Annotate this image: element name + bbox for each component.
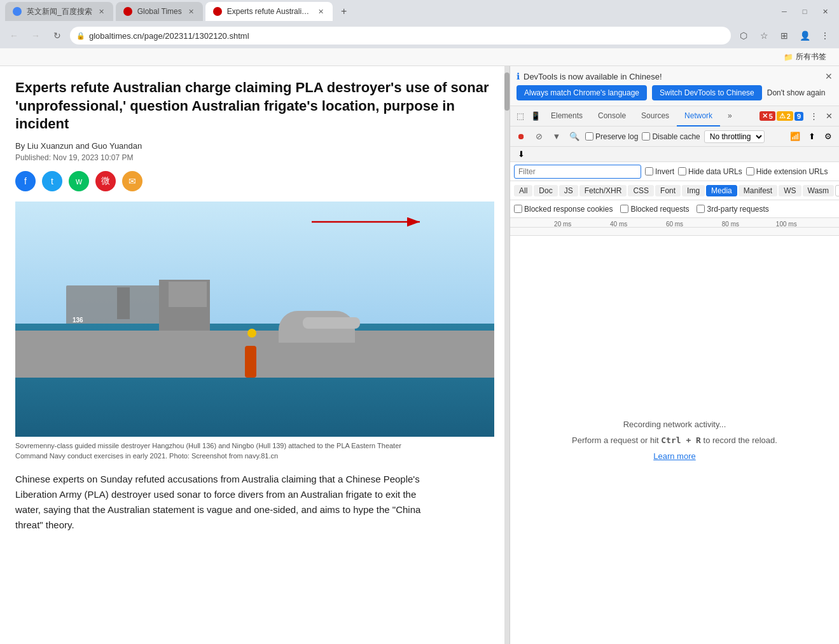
- inspect-element-button[interactable]: ⬚: [513, 109, 528, 124]
- toolbar-right-icons: 📶 ⬆ ⚙: [788, 130, 835, 144]
- filter-doc[interactable]: Doc: [534, 185, 557, 196]
- network-conditions-button[interactable]: 📶: [788, 130, 802, 144]
- menu-button[interactable]: ⋮: [816, 27, 834, 45]
- timeline-60ms: 60 ms: [666, 221, 683, 228]
- invert-checkbox[interactable]: Invert: [645, 167, 674, 176]
- tab-network[interactable]: Network: [677, 106, 720, 127]
- banner-close-button[interactable]: ✕: [825, 71, 833, 81]
- blocked-requests-checkbox[interactable]: Blocked requests: [620, 205, 689, 214]
- search-button[interactable]: 🔍: [567, 130, 581, 144]
- close-button[interactable]: ✕: [816, 6, 834, 17]
- devtools-close-button[interactable]: ✕: [821, 109, 836, 124]
- twitter-button[interactable]: t: [42, 171, 62, 191]
- tab-1[interactable]: 英文新闻_百度搜索 ✕: [5, 2, 113, 21]
- filter-media[interactable]: Media: [706, 185, 737, 196]
- info-icon: ℹ: [517, 71, 520, 81]
- switch-chinese-button[interactable]: Switch DevTools to Chinese: [652, 85, 762, 100]
- timeline-20ms: 20 ms: [554, 221, 571, 228]
- network-empty-state: Recording network activity... Perform a …: [510, 236, 839, 644]
- filter-js[interactable]: JS: [559, 185, 578, 196]
- profile-button[interactable]: 👤: [796, 27, 814, 45]
- filter-other[interactable]: Other: [835, 185, 839, 196]
- filter-img[interactable]: Img: [682, 185, 705, 196]
- timeline-80ms: 80 ms: [722, 221, 739, 228]
- filter-manifest[interactable]: Manifest: [738, 185, 777, 196]
- devtools-panel: ℹ DevTools is now available in Chinese! …: [510, 66, 839, 644]
- main-content: Experts refute Australian charge claimin…: [0, 66, 839, 644]
- bookmarks-label: 所有书签: [796, 51, 826, 62]
- preserve-log-checkbox[interactable]: Preserve log: [585, 132, 638, 141]
- recording-text: Recording network activity...: [623, 420, 726, 429]
- learn-more-link[interactable]: Learn more: [653, 451, 695, 461]
- toolbar-right: ⬡ ☆ ⊞ 👤 ⋮: [735, 27, 834, 45]
- tab-more[interactable]: »: [720, 106, 740, 127]
- devtools-tab-bar: ⬚ 📱 Elements Console Sources Network »: [510, 106, 839, 127]
- red-arrow: [312, 212, 426, 234]
- throttle-dropdown[interactable]: No throttling: [704, 130, 765, 143]
- filter-font[interactable]: Font: [655, 185, 681, 196]
- perform-text: Perform a request or hit Ctrl + R to rec…: [572, 435, 777, 445]
- third-party-checkbox[interactable]: 3rd-party requests: [697, 205, 768, 214]
- hide-data-urls-checkbox[interactable]: Hide data URLs: [678, 167, 742, 176]
- tab-1-close[interactable]: ✕: [97, 6, 106, 17]
- article-body: Chinese experts on Sunday refuted accusa…: [15, 472, 435, 533]
- email-button[interactable]: ✉: [122, 171, 142, 191]
- export-har-button[interactable]: ⬆: [805, 130, 819, 144]
- scrollbar[interactable]: [504, 66, 510, 644]
- filter-ws[interactable]: WS: [779, 185, 801, 196]
- back-button[interactable]: ←: [5, 27, 23, 45]
- hide-extension-urls-checkbox[interactable]: Hide extension URLs: [746, 167, 828, 176]
- cast-button[interactable]: ⬡: [735, 27, 752, 45]
- minimize-button[interactable]: ─: [775, 6, 793, 17]
- banner-info-text: DevTools is now available in Chinese!: [524, 72, 821, 81]
- forward-button[interactable]: →: [27, 27, 45, 45]
- download-area: ⬇: [510, 147, 839, 162]
- dont-show-again-button[interactable]: Don't show again: [767, 88, 826, 97]
- match-language-button[interactable]: Always match Chrome's language: [517, 85, 647, 100]
- warning-icon: ⚠: [779, 112, 786, 120]
- devtools-settings-button[interactable]: ⋮: [806, 109, 821, 124]
- scrollbar-thumb[interactable]: [504, 72, 510, 111]
- blocked-cookies-checkbox[interactable]: Blocked response cookies: [514, 205, 613, 214]
- banner-buttons: Always match Chrome's language Switch De…: [517, 85, 833, 100]
- bookmark-button[interactable]: ☆: [755, 27, 773, 45]
- disable-cache-checkbox[interactable]: Disable cache: [642, 132, 700, 141]
- tab-2-icon: [123, 7, 132, 16]
- maximize-button[interactable]: □: [796, 6, 814, 17]
- record-button[interactable]: ⏺: [514, 130, 528, 144]
- network-settings-button[interactable]: ⚙: [821, 130, 835, 144]
- new-tab-button[interactable]: +: [335, 3, 353, 20]
- reload-button[interactable]: ↻: [48, 27, 66, 45]
- device-toolbar-button[interactable]: 📱: [528, 109, 543, 124]
- banner-top: ℹ DevTools is now available in Chinese! …: [517, 71, 833, 81]
- filter-all[interactable]: All: [514, 185, 532, 196]
- tab-console[interactable]: Console: [590, 106, 634, 127]
- warning-badge: ⚠ 2: [777, 111, 793, 121]
- filter-toggle-button[interactable]: ▼: [550, 130, 564, 144]
- download-button[interactable]: ⬇: [514, 147, 528, 161]
- lock-icon: 🔒: [76, 32, 85, 40]
- wechat-button[interactable]: w: [69, 171, 89, 191]
- clear-button[interactable]: ⊘: [532, 130, 546, 144]
- split-button[interactable]: ⊞: [775, 27, 793, 45]
- all-bookmarks[interactable]: 📁 所有书签: [779, 50, 831, 64]
- tab-3-close[interactable]: ✕: [317, 6, 325, 17]
- network-filter-row: Invert Hide data URLs Hide extension URL…: [510, 162, 839, 181]
- error-badge: ✕ 5: [759, 111, 775, 121]
- filter-css[interactable]: CSS: [628, 185, 654, 196]
- blocked-row: Blocked response cookies Blocked request…: [510, 200, 839, 218]
- tab-sources[interactable]: Sources: [634, 106, 677, 127]
- filter-wasm[interactable]: Wasm: [803, 185, 835, 196]
- filter-input[interactable]: [514, 165, 641, 179]
- throttle-select[interactable]: No throttling: [704, 130, 765, 143]
- filter-fetch-xhr[interactable]: Fetch/XHR: [579, 185, 627, 196]
- tab-2[interactable]: Global Times ✕: [116, 2, 203, 21]
- facebook-button[interactable]: f: [15, 171, 36, 191]
- article-title: Experts refute Australian charge claimin…: [15, 79, 494, 134]
- url-bar[interactable]: 🔒 globaltimes.cn/page/202311/1302120.sht…: [70, 27, 731, 45]
- tab-2-close[interactable]: ✕: [187, 6, 195, 17]
- tab-elements[interactable]: Elements: [543, 106, 590, 127]
- info-badge: 9: [794, 112, 803, 121]
- weibo-button[interactable]: 微: [95, 171, 116, 191]
- tab-3[interactable]: Experts refute Australian char... ✕: [205, 2, 333, 21]
